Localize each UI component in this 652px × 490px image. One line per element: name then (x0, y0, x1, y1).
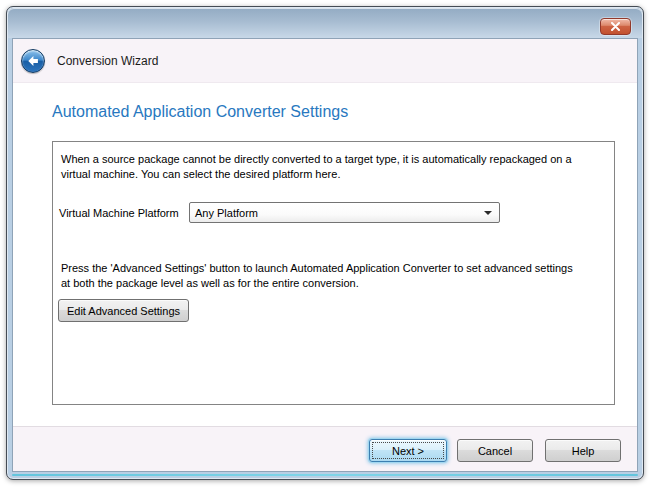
content-area: Automated Application Converter Settings… (13, 83, 637, 426)
title-bar[interactable] (8, 8, 642, 38)
settings-group: When a source package cannot be directly… (52, 141, 615, 405)
page-title: Automated Application Converter Settings (52, 103, 348, 121)
cancel-button[interactable]: Cancel (457, 439, 533, 462)
intro-line-2: virtual machine. You can select the desi… (61, 168, 340, 180)
wizard-header: Conversion Wizard (13, 39, 637, 83)
intro-text: When a source package cannot be directly… (61, 152, 572, 182)
advanced-text: Press the 'Advanced Settings' button to … (61, 261, 573, 291)
platform-select[interactable]: Any Platform (189, 202, 500, 223)
back-button[interactable] (21, 49, 45, 73)
advanced-line-1: Press the 'Advanced Settings' button to … (61, 262, 573, 274)
advanced-line-2: at both the package level as well as for… (61, 277, 359, 289)
chevron-down-icon (484, 211, 492, 215)
close-button[interactable] (600, 18, 631, 35)
client-area: Conversion Wizard Automated Application … (12, 38, 638, 472)
desktop-background: Conversion Wizard Automated Application … (0, 0, 652, 490)
close-icon (610, 22, 621, 31)
glass-edge-highlight (12, 474, 638, 476)
platform-selected-value: Any Platform (195, 207, 258, 219)
next-button[interactable]: Next > (369, 439, 447, 462)
wizard-window: Conversion Wizard Automated Application … (6, 6, 644, 480)
help-button[interactable]: Help (545, 439, 621, 462)
platform-label: Virtual Machine Platform (59, 207, 179, 219)
back-arrow-icon (26, 54, 40, 68)
intro-line-1: When a source package cannot be directly… (61, 153, 572, 165)
wizard-step-title: Conversion Wizard (57, 54, 158, 68)
edit-advanced-settings-button[interactable]: Edit Advanced Settings (58, 299, 189, 322)
command-area: Next > Cancel Help (13, 426, 637, 471)
